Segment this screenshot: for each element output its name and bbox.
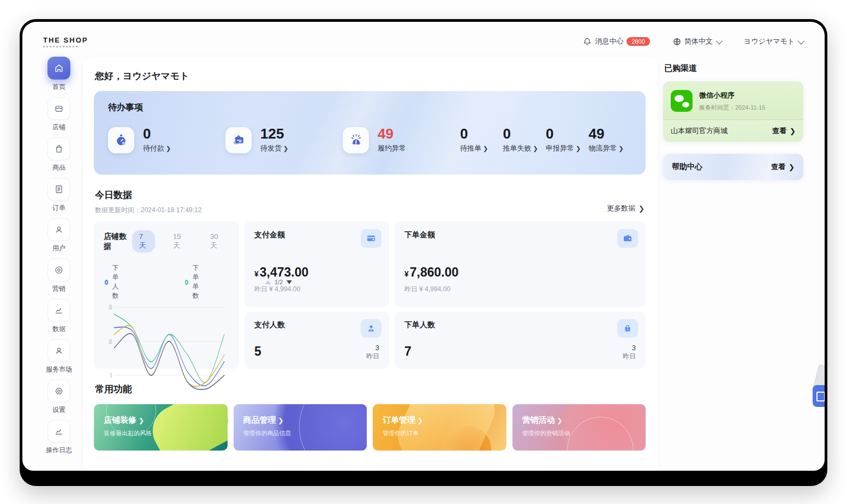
stat-card-payment-amount: 支付金额 ¥3,473.00 昨日 ¥ 4,994.00 [244,221,389,307]
blue-box-icon [813,385,825,407]
language-selector[interactable]: 简体中文 [673,37,721,46]
quick-card-marketing-activity[interactable]: 营销活动❯ 管理你的营销活动 [512,404,646,451]
purchased-channels-title: 已购渠道 [664,63,802,74]
todo-item-fulfillment-exception[interactable]: 49 履约异常 [343,127,460,153]
chevron-right-icon: ❯ [557,417,563,424]
timer-icon [108,127,134,153]
stat-card-order-amount: 下单金额 ¥7,860.00 昨日 ¥ 4,994.00 [395,221,646,307]
handbag-icon [617,319,638,338]
stat-card-order-users: 下单人数 7 3 昨日 [395,311,646,369]
log-chart-icon [53,426,64,437]
chevron-right-icon: ❯ [789,163,795,171]
message-count-badge: 2800 [627,37,649,46]
wechat-channel-name: 微信小程序 [699,91,765,100]
legend-order-count[interactable]: 下单单数 [185,263,201,301]
user-icon [53,224,64,235]
more-data-link[interactable]: 更多数据 ❯ [607,203,645,213]
gear-icon [53,386,64,397]
logo-text: THE SHOP [43,36,88,44]
data-updated-time: 数据更新时间：2024-01-18 17:49:12 [95,206,645,215]
message-center-button[interactable]: 消息中心 2800 [583,37,649,46]
goods-bag-icon [53,143,64,154]
wechat-channel-card: 微信小程序 服务时间至：2024-11-15 山本耀司官方商城 查看 ❯ [663,81,803,142]
sidebar-item-data[interactable]: 数据 [47,299,70,334]
legend-page-indicator: 1/2 [275,279,283,285]
todo-banner: 待办事项 0 待付款❯ [94,91,646,175]
chevron-right-icon: ❯ [283,145,288,152]
shipping-icon [225,127,252,153]
svg-text:5: 5 [110,372,112,379]
logo: THE SHOP [43,36,88,47]
message-center-label: 消息中心 [595,37,623,46]
legend-page-down-icon[interactable] [287,280,292,284]
wechat-view-button[interactable]: 查看 ❯ [772,126,796,136]
wechat-service-until: 服务时间至：2024-11-15 [699,104,765,112]
globe-icon [673,38,681,46]
quick-card-order-management[interactable]: 订单管理❯ 管理你的订单 [373,404,506,451]
chevron-right-icon: ❯ [417,417,423,424]
sidebar-item-users[interactable]: 用户 [47,218,70,253]
right-panel: 已购渠道 微信小程序 服务时间至：2024-11-15 山本耀司官方商城 查看 … [663,57,803,180]
todo-item-declare-exception[interactable]: 0 申报异常❯ [546,127,589,153]
todo-item-push-failed[interactable]: 0 推单失败❯ [503,127,546,153]
todo-item-pending-payment[interactable]: 0 待付款❯ [108,127,225,153]
language-label: 简体中文 [684,37,713,46]
quick-card-goods-management[interactable]: 商品管理❯ 管理你的商品信息 [234,404,367,451]
svg-text:15: 15 [109,304,112,311]
shop-data-card: 店铺数据 7天 15天 30天 下单人数 [94,221,239,369]
tab-7-days[interactable]: 7天 [132,230,155,253]
bank-card-icon [361,229,381,248]
sidebar-item-home[interactable]: 首页 [47,57,70,92]
chart-icon [53,305,64,316]
chevron-right-icon: ❯ [790,127,796,135]
quick-card-shop-decoration[interactable]: 店铺装修❯ 装修最出彩的风格 [94,404,228,451]
chevron-right-icon: ❯ [619,145,624,152]
order-list-icon [53,184,64,195]
target-icon [53,265,64,275]
chevron-right-icon: ❯ [483,145,488,152]
sidebar-item-orders[interactable]: 订单 [47,178,70,213]
sidebar-item-operation-log[interactable]: 操作日志 [46,420,72,455]
user-menu[interactable]: ヨウジヤマモト [744,37,803,46]
todo-item-pending-push[interactable]: 0 待推单❯ [460,127,503,153]
legend-dot-icon [185,280,188,285]
legend-order-users[interactable]: 下单人数 [105,263,121,301]
chevron-down-icon [715,37,723,44]
stat-card-payment-users: 支付人数 5 3 昨日 [244,311,389,369]
chevron-right-icon: ❯ [639,205,645,213]
chevron-right-icon: ❯ [576,145,581,152]
tab-30-days[interactable]: 30天 [203,230,229,253]
chevron-right-icon: ❯ [166,145,171,152]
chevron-right-icon: ❯ [139,417,144,424]
alarm-icon [343,127,369,153]
shop-data-title: 店铺数据 [104,232,132,251]
sidebar-item-shop[interactable]: 店铺 [47,97,70,132]
legend-page-up-icon[interactable] [265,280,271,284]
app-surface: THE SHOP 消息中心 2800 简体中文 ヨウジヤマモト [22,22,825,471]
todo-title: 待办事项 [108,102,631,113]
sidebar-item-goods[interactable]: 商品 [47,137,70,172]
chart-legend: 下单人数 下单单数 1/2 [105,263,228,301]
service-user-icon [53,345,64,356]
help-view-button[interactable]: 查看 ❯ [771,162,795,172]
todo-item-logistics-exception[interactable]: 49 物流异常❯ [589,127,632,153]
sidebar-item-marketing[interactable]: 营销 [47,259,70,293]
sidebar-item-service-market[interactable]: 服务市场 [46,339,72,374]
wallet-icon [617,229,638,248]
top-bar: THE SHOP 消息中心 2800 简体中文 ヨウジヤマモト [22,22,825,53]
pay-user-icon [361,319,381,338]
username-label: ヨウジヤマモト [744,37,795,46]
sidebar: 首页 店铺 商品 订单 用户 营销 [41,57,77,460]
sidebar-item-settings[interactable]: 设置 [47,380,70,415]
help-center-card: 帮助中心 查看 ❯ [663,154,803,180]
legend-dot-icon [105,280,108,285]
tab-15-days[interactable]: 15天 [166,230,192,253]
svg-text:10: 10 [109,338,112,345]
logo-tagline [43,46,78,47]
chevron-right-icon: ❯ [278,417,284,424]
chevron-down-icon [798,37,805,44]
todo-item-pending-shipment[interactable]: 125 待发货❯ [225,127,343,153]
floating-widget[interactable] [813,365,825,409]
wechat-icon [671,90,693,112]
app-window: THE SHOP 消息中心 2800 简体中文 ヨウジヤマモト [20,19,827,486]
